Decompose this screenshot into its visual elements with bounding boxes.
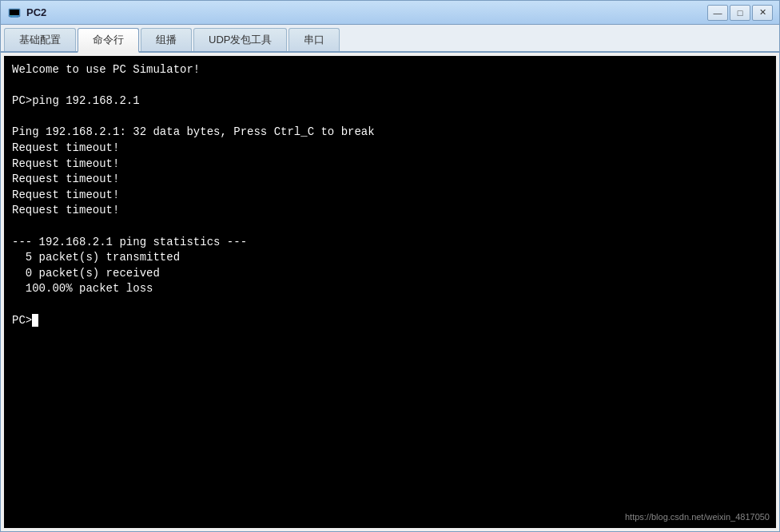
close-button[interactable]: ✕	[752, 5, 773, 21]
terminal-line: Request timeout!	[12, 157, 768, 173]
terminal-line	[12, 109, 768, 125]
tab-basic-config[interactable]: 基础配置	[4, 28, 76, 51]
terminal[interactable]: Welcome to use PC Simulator! PC>ping 192…	[4, 56, 776, 528]
terminal-prompt: PC>	[12, 313, 32, 329]
tab-group[interactable]: 组播	[141, 28, 192, 51]
terminal-line: Ping 192.168.2.1: 32 data bytes, Press C…	[12, 125, 768, 141]
terminal-line: 0 packet(s) received	[12, 266, 768, 282]
tab-bar: 基础配置 命令行 组播 UDP发包工具 串口	[1, 25, 779, 53]
content-area: Welcome to use PC Simulator! PC>ping 192…	[1, 53, 779, 531]
terminal-line: 5 packet(s) transmitted	[12, 250, 768, 266]
window-title: PC2	[26, 6, 707, 18]
terminal-line: PC>ping 192.168.2.1	[12, 93, 768, 109]
tab-udp-tool[interactable]: UDP发包工具	[193, 28, 287, 51]
svg-rect-3	[10, 17, 18, 18]
terminal-line	[12, 78, 768, 94]
window-controls: — □ ✕	[707, 5, 773, 21]
tab-command-line[interactable]: 命令行	[78, 28, 139, 53]
terminal-prompt-line: PC>	[12, 313, 768, 329]
terminal-line: Request timeout!	[12, 203, 768, 219]
svg-rect-2	[12, 16, 17, 17]
tab-serial[interactable]: 串口	[289, 28, 340, 51]
main-window: _ PC2 — □ ✕ 基础配置 命令行 组播 UDP发包工具 串口 Welco…	[0, 0, 780, 532]
terminal-line: --- 192.168.2.1 ping statistics ---	[12, 235, 768, 251]
window-icon: _	[7, 6, 22, 20]
watermark: https://blog.csdn.net/weixin_4817050	[625, 511, 770, 523]
terminal-cursor	[32, 314, 38, 327]
terminal-line: Request timeout!	[12, 188, 768, 204]
terminal-line: Request timeout!	[12, 172, 768, 188]
terminal-line	[12, 297, 768, 313]
minimize-button[interactable]: —	[707, 5, 728, 21]
terminal-line: Welcome to use PC Simulator!	[12, 62, 768, 78]
terminal-line: Request timeout!	[12, 141, 768, 157]
maximize-button[interactable]: □	[730, 5, 750, 21]
terminal-line	[12, 219, 768, 235]
title-bar: _ PC2 — □ ✕	[1, 1, 779, 25]
terminal-line: 100.00% packet loss	[12, 281, 768, 297]
